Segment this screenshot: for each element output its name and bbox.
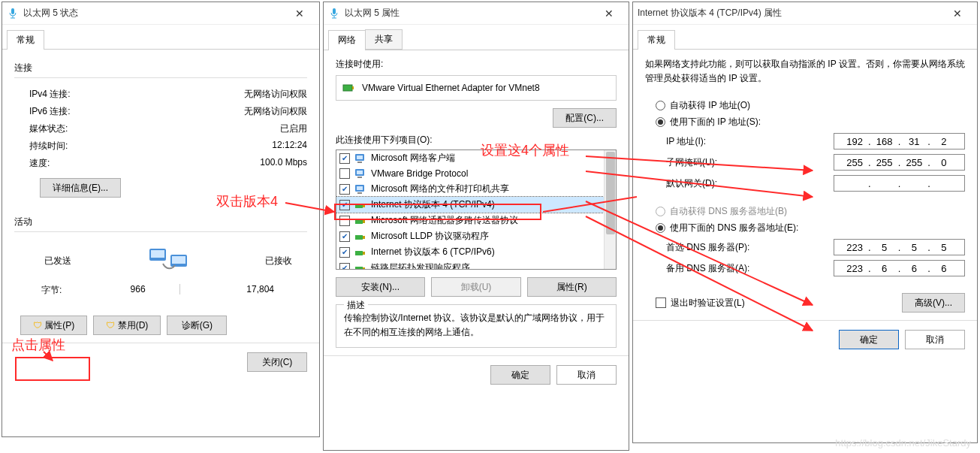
dns1-field[interactable]: 223. 5. 5. 5 [834,239,965,255]
checkbox-icon[interactable] [339,168,350,179]
list-item[interactable]: ✔Microsoft 网络客户端 [336,150,616,166]
mask-label: 子网掩码(U): [666,156,717,169]
svg-rect-20 [357,192,362,194]
ip-field[interactable]: 192. 168. 31. 2 [834,133,965,149]
properties-button[interactable]: 🛡 属性(P) [20,316,87,335]
status-content: 连接 IPv4 连接:无网络访问权限 IPv6 连接:无网络访问权限 媒体状态:… [2,50,319,343]
ipv4-content: 如果网络支持此功能，则可以获取自动指派的 IP 设置。否则，你需要从网络系统管理… [633,50,977,320]
protocol-icon [354,199,366,211]
configure-button[interactable]: 配置(C)... [553,108,617,128]
radio-auto-ip[interactable]: 自动获得 IP 地址(O) [656,99,750,112]
list-item[interactable]: ✔Microsoft 网络的文件和打印机共享 [336,181,616,197]
checkbox-icon[interactable] [339,216,350,226]
details-button[interactable]: 详细信息(E)... [40,178,121,198]
status-title: 以太网 5 状态 [23,7,78,20]
net-client-icon [354,168,366,180]
svg-rect-11 [352,86,354,89]
microphone-icon [7,8,19,20]
checkbox-icon[interactable]: ✔ [339,200,350,210]
adapter-name: VMware Virtual Ethernet Adapter for VMne… [362,83,540,93]
svg-rect-19 [357,186,363,190]
svg-rect-22 [363,204,365,207]
ok-button[interactable]: 确定 [839,330,899,349]
sent-label: 已发送 [44,255,71,267]
activity-section-label: 活动 [14,216,307,228]
diagnose-button[interactable]: 诊断(G) [167,316,227,335]
svg-rect-6 [172,256,185,264]
duration-label: 持续时间: [29,140,68,153]
validate-checkbox[interactable]: 退出时验证设置(L) [656,297,745,310]
list-item[interactable]: Microsoft 网络适配器多路传送器协议 [336,213,616,228]
props-content: 连接时使用: VMware Virtual Ethernet Adapter f… [324,50,629,355]
list-item[interactable]: ✔链路层拓扑发现响应程序 [336,260,616,270]
cancel-button[interactable]: 取消 [556,365,617,385]
status-titlebar: 以太网 5 状态 ✕ [2,2,319,25]
net-client-icon [354,183,366,195]
ip-label: IP 地址(I): [666,135,706,148]
disable-button[interactable]: 🛡 禁用(D) [93,316,161,335]
ipv4-title: Internet 协议版本 4 (TCP/IPv4) 属性 [638,7,782,20]
status-close-button[interactable]: ✕ [285,3,315,24]
install-button[interactable]: 安装(N)... [336,277,425,297]
adapter-icon [342,82,354,94]
ipv4-tabs: 常规 [633,25,977,50]
dns2-label: 备用 DNS 服务器(A): [666,262,749,275]
svg-rect-4 [151,250,164,258]
checkbox-icon[interactable]: ✔ [339,153,350,164]
listbox-scrollbar[interactable] [604,150,616,269]
svg-rect-0 [11,8,14,14]
close-button[interactable]: 关闭(C) [247,352,307,372]
protocol-icon [354,262,366,270]
svg-rect-23 [355,219,363,224]
items-listbox[interactable]: ✔Microsoft 网络客户端VMware Bridge Protocol✔M… [336,149,617,270]
ok-button[interactable]: 确定 [490,365,550,385]
adapter-box: VMware Virtual Ethernet Adapter for VMne… [336,75,617,101]
svg-rect-7 [333,8,336,14]
list-item-label: Microsoft 网络的文件和打印机共享 [371,183,509,195]
watermark: https://blog.csdn.net/JikeStardy [835,437,971,448]
description-text: 传输控制协议/Internet 协议。该协议是默认的广域网络协议，用于在不同的相… [344,311,608,340]
props-window: 以太网 5 属性 ✕ 网络 共享 连接时使用: VMware Virtual E… [323,2,629,451]
svg-rect-13 [357,156,363,159]
media-value: 已启用 [280,122,307,135]
list-item-label: VMware Bridge Protocol [371,168,468,179]
list-item-label: Microsoft 网络适配器多路传送器协议 [371,214,518,227]
uninstall-button[interactable]: 卸载(U) [431,277,520,297]
mask-field[interactable]: 255. 255. 255. 0 [834,154,965,171]
list-item-label: Microsoft 网络客户端 [371,152,455,165]
protocol-icon [354,231,366,243]
gateway-field[interactable]: . . . [834,175,965,192]
shield-icon: 🛡 [33,320,42,331]
microphone-icon [328,8,340,20]
advanced-button[interactable]: 高级(V)... [902,293,965,313]
cancel-button[interactable]: 取消 [905,330,965,349]
connect-using-label: 连接时使用: [336,58,617,71]
list-item[interactable]: ✔Internet 协议版本 6 (TCP/IPv6) [336,244,616,260]
list-item-label: Microsoft LLDP 协议驱动程序 [371,230,489,243]
svg-rect-10 [343,85,352,91]
ipv4-close-button[interactable]: ✕ [942,3,972,24]
checkbox-icon[interactable]: ✔ [339,263,350,270]
radio-manual-dns[interactable]: 使用下面的 DNS 服务器地址(E): [656,222,798,234]
radio-manual-ip[interactable]: 使用下面的 IP 地址(S): [656,116,761,128]
dns2-field[interactable]: 223. 6. 6. 6 [834,260,965,276]
list-item-label: Internet 协议版本 4 (TCP/IPv4) [371,198,495,211]
duration-value: 12:12:24 [272,140,307,153]
props-close-button[interactable]: ✕ [594,3,624,24]
checkbox-icon[interactable]: ✔ [339,184,350,195]
tab-general[interactable]: 常规 [7,30,44,50]
radio-auto-dns: 自动获得 DNS 服务器地址(B) [656,205,787,218]
tab-network[interactable]: 网络 [328,30,366,50]
description-legend: 描述 [344,299,368,312]
list-item[interactable]: ✔Microsoft LLDP 协议驱动程序 [336,228,616,244]
svg-rect-30 [363,267,365,270]
shield-icon: 🛡 [106,320,115,331]
tab-general-ipv4[interactable]: 常规 [638,30,675,50]
svg-rect-27 [355,251,363,255]
checkbox-icon[interactable]: ✔ [339,231,350,242]
list-item[interactable]: VMware Bridge Protocol [336,166,616,181]
checkbox-icon[interactable]: ✔ [339,247,350,258]
list-item[interactable]: ✔Internet 协议版本 4 (TCP/IPv4) [336,197,616,213]
item-properties-button[interactable]: 属性(R) [527,277,617,297]
tab-share[interactable]: 共享 [365,29,403,50]
